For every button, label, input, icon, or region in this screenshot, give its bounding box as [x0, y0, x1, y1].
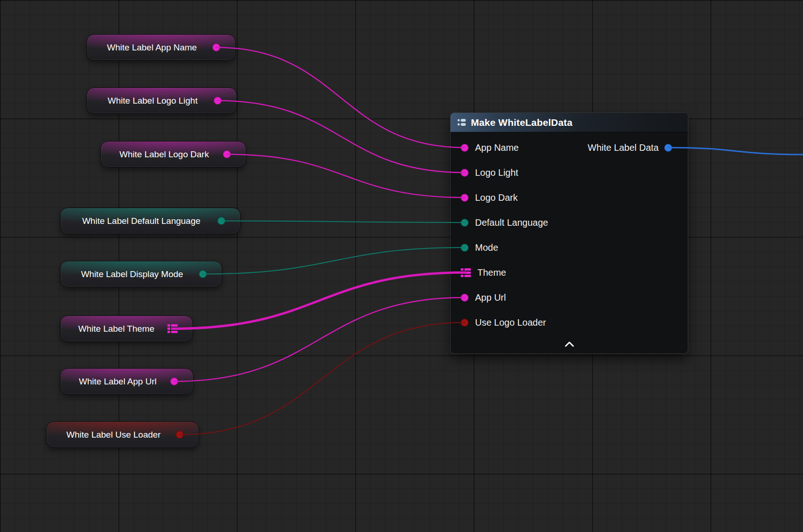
blueprint-graph-canvas[interactable]: White Label App Name White Label Logo Li…	[0, 0, 803, 532]
chevron-up-icon	[565, 341, 574, 347]
variable-getter-app-url[interactable]: White Label App Url	[60, 368, 193, 395]
wire-connection[interactable]	[216, 48, 465, 148]
output-pin[interactable]	[212, 43, 220, 51]
variable-getter-display-mode[interactable]: White Label Display Mode	[60, 261, 222, 287]
variable-getter-label: White Label Display Mode	[71, 269, 199, 279]
output-pin[interactable]	[664, 144, 672, 152]
input-pin[interactable]	[461, 319, 469, 327]
input-pin-label: Use Logo Loader	[475, 317, 546, 328]
variable-getter-label: White Label App Name	[97, 43, 212, 53]
input-pin-label: Default Language	[475, 217, 548, 228]
variable-getter-logo-light[interactable]: White Label Logo Light	[86, 87, 237, 114]
variable-getter-theme[interactable]: White Label Theme	[60, 315, 193, 342]
variable-getter-label: White Label Theme	[71, 324, 167, 334]
output-pin[interactable]	[214, 97, 222, 105]
struct-grid-icon[interactable]	[167, 324, 178, 333]
output-pin[interactable]	[223, 150, 231, 158]
variable-getter-label: White Label App Url	[71, 377, 170, 387]
wire-connection[interactable]	[174, 297, 465, 382]
input-pin-label: Logo Dark	[475, 192, 518, 203]
node-header[interactable]: Make WhiteLabelData	[451, 113, 688, 132]
wire-connection[interactable]	[218, 101, 465, 173]
input-pin-label: Theme	[477, 267, 506, 278]
wire-connection[interactable]	[180, 322, 465, 435]
variable-getter-label: White Label Logo Light	[97, 96, 214, 106]
output-pin-label: White Label Data	[588, 142, 659, 153]
variable-getter-app-name[interactable]: White Label App Name	[86, 34, 235, 61]
input-pin-label: App Name	[475, 142, 519, 153]
wire-connection[interactable]	[668, 148, 803, 155]
output-pin[interactable]	[170, 377, 178, 385]
make-struct-icon	[457, 118, 466, 127]
output-pin[interactable]	[176, 431, 184, 439]
collapse-node-button[interactable]	[561, 339, 578, 350]
input-pin-label: Logo Light	[475, 167, 518, 178]
variable-getter-label: White Label Use Loader	[57, 430, 176, 440]
output-row: White Label Data	[588, 135, 672, 160]
variable-getter-default-language[interactable]: White Label Default Language	[60, 208, 241, 234]
input-pin[interactable]	[461, 219, 469, 227]
node-body: App Name Logo Light Logo Dark Default La…	[451, 132, 688, 335]
input-pin-label: App Url	[475, 292, 506, 303]
input-row-app-url: App Url	[451, 285, 688, 310]
input-pin[interactable]	[461, 144, 469, 152]
wire-connection[interactable]	[222, 221, 465, 223]
variable-getter-use-loader[interactable]: White Label Use Loader	[46, 421, 199, 448]
input-pin[interactable]	[461, 194, 469, 202]
wire-connection[interactable]	[227, 155, 465, 198]
input-row-logo-light: Logo Light	[451, 160, 688, 185]
input-row-use-logo-loader: Use Logo Loader	[451, 310, 688, 335]
output-pin[interactable]	[217, 217, 225, 225]
input-pin-label: Mode	[475, 242, 498, 253]
wire-connection[interactable]	[203, 247, 465, 274]
variable-getter-label: White Label Default Language	[71, 216, 217, 226]
input-row-mode: Mode	[451, 235, 688, 260]
input-row-default-language: Default Language	[451, 210, 688, 235]
input-pin[interactable]	[461, 294, 469, 302]
variable-getter-logo-dark[interactable]: White Label Logo Dark	[100, 141, 246, 167]
struct-grid-icon[interactable]	[461, 268, 471, 277]
input-row-theme: Theme	[451, 260, 688, 285]
variable-getter-label: White Label Logo Dark	[111, 149, 223, 160]
make-struct-node[interactable]: Make WhiteLabelData White Label Data App…	[450, 112, 688, 354]
input-row-logo-dark: Logo Dark	[451, 185, 688, 210]
output-pin[interactable]	[199, 270, 207, 278]
input-pin[interactable]	[461, 244, 469, 252]
node-title: Make WhiteLabelData	[471, 117, 573, 128]
input-pin[interactable]	[461, 169, 469, 177]
